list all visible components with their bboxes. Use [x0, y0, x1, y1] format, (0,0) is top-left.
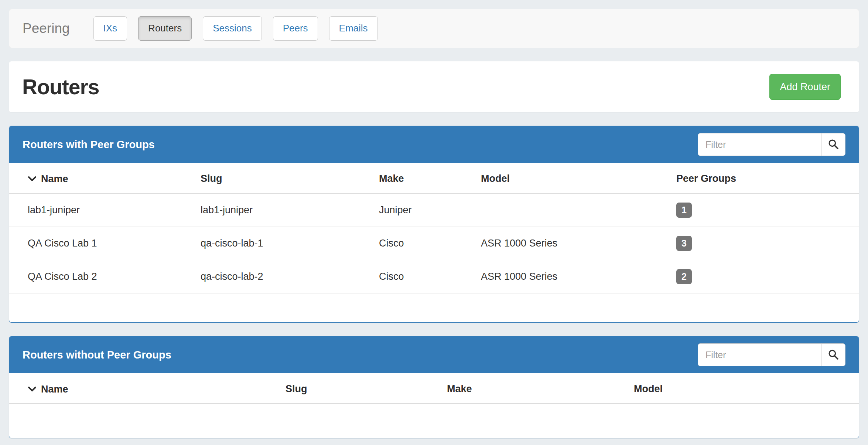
peer-groups-badge: 3 [676, 236, 692, 251]
cell-make: Cisco [375, 260, 476, 293]
table-header-row: Name Slug Make Model Peer Groups [9, 163, 859, 193]
panel-title: Routers without Peer Groups [23, 349, 171, 361]
search-button[interactable] [821, 133, 845, 156]
nav-button-group: IXs Routers Sessions Peers Emails [93, 16, 378, 40]
routers-without-pg-table: Name Slug Make Model [9, 373, 859, 404]
panel-title: Routers with Peer Groups [23, 139, 155, 151]
cell-make: Cisco [375, 227, 476, 260]
search-icon [827, 349, 839, 361]
panel-bottom-space [9, 404, 859, 438]
filter-input[interactable] [698, 133, 821, 156]
page-title: Routers [22, 75, 99, 99]
sort-desc-icon [28, 173, 37, 184]
filter-group [698, 343, 845, 366]
panel-heading: Routers without Peer Groups [9, 336, 859, 373]
column-header-model[interactable]: Model [629, 373, 859, 404]
routers-with-pg-table: Name Slug Make Model Peer Groups lab1-ju… [9, 163, 859, 293]
brand-peering: Peering [23, 21, 70, 36]
cell-model [476, 193, 672, 227]
panel-heading: Routers with Peer Groups [9, 126, 859, 163]
peer-groups-badge: 1 [676, 203, 692, 218]
top-navbar: Peering IXs Routers Sessions Peers Email… [9, 9, 859, 48]
cell-name: QA Cisco Lab 1 [9, 227, 196, 260]
column-header-slug[interactable]: Slug [281, 373, 442, 404]
panel-routers-without-peer-groups: Routers without Peer Groups [9, 336, 859, 438]
nav-item-sessions[interactable]: Sessions [203, 16, 262, 40]
add-router-button[interactable]: Add Router [769, 74, 841, 100]
cell-name: lab1-juniper [9, 193, 196, 227]
cell-make: Juniper [375, 193, 476, 227]
cell-model: ASR 1000 Series [476, 227, 672, 260]
cell-slug: qa-cisco-lab-2 [196, 260, 375, 293]
page: Peering IXs Routers Sessions Peers Email… [0, 0, 868, 445]
column-header-slug[interactable]: Slug [196, 163, 375, 193]
panel-bottom-space [9, 293, 859, 322]
column-header-make[interactable]: Make [442, 373, 629, 404]
panel-routers-with-peer-groups: Routers with Peer Groups [9, 126, 859, 323]
column-header-make[interactable]: Make [375, 163, 476, 193]
peer-groups-badge: 2 [676, 269, 692, 284]
filter-input[interactable] [698, 343, 821, 366]
cell-slug: qa-cisco-lab-1 [196, 227, 375, 260]
column-header-peer-groups[interactable]: Peer Groups [672, 163, 859, 193]
sort-desc-icon [28, 383, 37, 394]
search-button[interactable] [821, 343, 845, 366]
cell-peer-groups: 1 [672, 193, 859, 227]
nav-item-ixs[interactable]: IXs [93, 16, 127, 40]
nav-item-peers[interactable]: Peers [273, 16, 318, 40]
column-header-model[interactable]: Model [476, 163, 672, 193]
column-header-name[interactable]: Name [9, 373, 281, 404]
table-header-row: Name Slug Make Model [9, 373, 859, 404]
cell-slug: lab1-juniper [196, 193, 375, 227]
cell-peer-groups: 2 [672, 260, 859, 293]
nav-item-emails[interactable]: Emails [329, 16, 378, 40]
routers-with-pg-tbody: lab1-juniperlab1-juniperJuniper1QA Cisco… [9, 193, 859, 293]
search-icon [827, 138, 839, 151]
cell-model: ASR 1000 Series [476, 260, 672, 293]
page-header: Routers Add Router [9, 61, 859, 112]
filter-group [698, 133, 845, 156]
column-header-name[interactable]: Name [9, 163, 196, 193]
cell-peer-groups: 3 [672, 227, 859, 260]
nav-item-routers[interactable]: Routers [138, 16, 192, 40]
table-row: lab1-juniperlab1-juniperJuniper1 [9, 193, 859, 227]
table-row: QA Cisco Lab 1qa-cisco-lab-1CiscoASR 100… [9, 227, 859, 260]
table-row: QA Cisco Lab 2qa-cisco-lab-2CiscoASR 100… [9, 260, 859, 293]
cell-name: QA Cisco Lab 2 [9, 260, 196, 293]
